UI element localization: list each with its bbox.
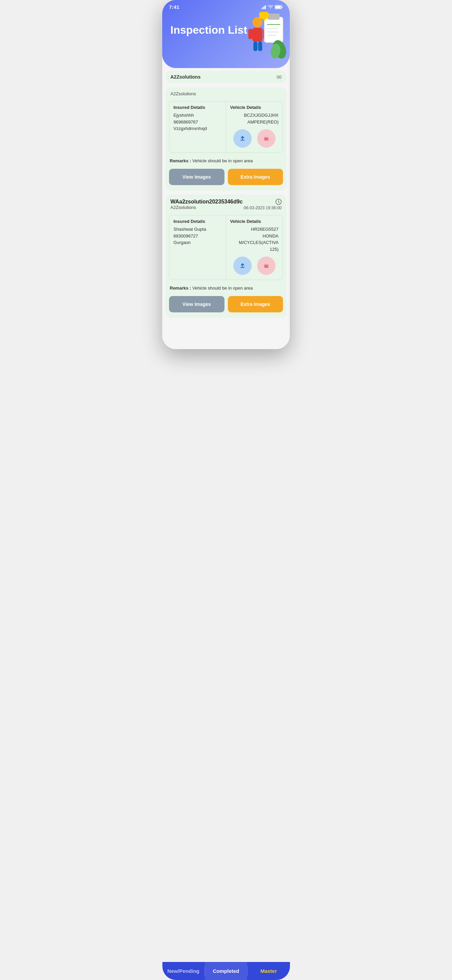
status-time: 7:41 <box>169 4 179 10</box>
card-1-remarks: Remarks : Vehicle should be in open area <box>166 156 286 166</box>
svg-rect-14 <box>268 14 279 20</box>
card-1-insured-phone: 9696869767 <box>173 119 222 126</box>
card-2-insured-name: Shashwat Gupta <box>173 226 222 233</box>
folder-icon-circle-1[interactable] <box>257 129 276 148</box>
card-1-source: A2Zsolutions <box>170 91 196 96</box>
inspection-card-1: A2Zsolutions Insured Details Ejyshshhh 9… <box>166 87 286 191</box>
card-2-view-images-button[interactable]: View Images <box>169 296 224 312</box>
upload-icon-circle-1[interactable] <box>233 129 252 148</box>
card-2-insured-section: Insured Details Shashwat Gupta 893009672… <box>170 215 226 280</box>
svg-rect-19 <box>259 12 269 19</box>
card-2-insured-title: Insured Details <box>173 219 222 224</box>
signal-icon <box>262 5 266 9</box>
svg-rect-5 <box>282 6 282 8</box>
card-1-remarks-text: Vehicle should be in open area <box>192 158 253 163</box>
card-2-remarks-label: Remarks : <box>170 285 192 291</box>
card-2-id: WAa2zsolution20235346d9c <box>170 199 243 205</box>
svg-rect-12 <box>258 41 262 51</box>
battery-icon <box>275 5 283 9</box>
card-1-vehicle-plate: BCZXJGDGJJHX <box>230 112 279 119</box>
card-1-vehicle-model: AMPERE(REO) <box>230 119 279 126</box>
upload-icon-2 <box>238 261 247 270</box>
card-1-details-grid: Insured Details Ejyshshhh 9696869767 Vzz… <box>169 101 283 153</box>
card-header-2: WAa2zsolution20235346d9c A2Zsolutions 06… <box>166 195 286 212</box>
card-2-details-grid: Insured Details Shashwat Gupta 893009672… <box>169 215 283 280</box>
card-2-remarks: Remarks : Vehicle should be in open area <box>166 283 286 293</box>
card-1-extra-images-button[interactable]: Extra Images <box>228 169 283 185</box>
folder-icon-2 <box>262 261 271 270</box>
card-1-insured-section: Insured Details Ejyshshhh 9696869767 Vzz… <box>170 102 226 153</box>
card-2-vehicle-model: HONDA M/CYCLES(ACTIVA 125) <box>230 233 279 253</box>
partial-card: A2Zsolutions 00 <box>166 71 286 83</box>
phone-container: 7:41 Inspection List <box>162 0 290 349</box>
card-header-1: A2Zsolutions <box>166 87 286 98</box>
wifi-icon <box>268 5 273 9</box>
card-2-remarks-text: Vehicle should be in open area <box>192 285 253 291</box>
card-2-vehicle-section: Vehicle Details HR26EG5527 HONDA M/CYCLE… <box>226 215 283 280</box>
svg-rect-11 <box>254 41 257 51</box>
partial-card-id-suffix: 00 <box>277 75 282 80</box>
card-2-extra-images-button[interactable]: Extra Images <box>228 296 283 312</box>
card-1-vehicle-title: Vehicle Details <box>230 105 279 110</box>
card-2-action-buttons: View Images Extra Images <box>169 296 283 312</box>
card-1-vehicle-section: Vehicle Details BCZXJGDGJJHX AMPERE(REO) <box>226 102 283 153</box>
svg-rect-25 <box>264 137 268 138</box>
card-1-action-buttons: View Images Extra Images <box>169 169 283 185</box>
content-area: A2Zsolutions 00 A2Zsolutions Insured Det… <box>162 71 290 349</box>
card-2-time: 06-03-2023 19:36:00 <box>244 205 282 210</box>
status-icons <box>262 5 283 9</box>
svg-rect-3 <box>265 5 266 9</box>
svg-rect-8 <box>252 28 263 41</box>
card-2-vehicle-icons <box>230 253 279 276</box>
svg-rect-9 <box>248 29 253 39</box>
folder-icon-1 <box>262 134 271 143</box>
card-1-view-images-button[interactable]: View Images <box>169 169 224 185</box>
card-2-insured-location: Gurgaon <box>173 239 222 246</box>
upload-icon-1 <box>238 134 247 143</box>
card-1-vehicle-icons <box>230 125 279 149</box>
header-illustration <box>239 10 286 61</box>
folder-icon-circle-2[interactable] <box>257 256 276 275</box>
card-1-insured-location: Vzzgxhdmxnhxjd <box>173 125 222 132</box>
svg-rect-6 <box>276 6 281 8</box>
svg-rect-1 <box>263 7 264 9</box>
card-2-vehicle-title: Vehicle Details <box>230 219 279 224</box>
card-2-source: A2Zsolutions <box>170 205 243 210</box>
card-2-insured-phone: 8930096727 <box>173 233 222 240</box>
card-1-insured-name: Ejyshshhh <box>173 112 222 119</box>
inspection-card-2: WAa2zsolution20235346d9c A2Zsolutions 06… <box>166 195 286 318</box>
status-bar: 7:41 <box>162 0 290 11</box>
svg-rect-29 <box>264 264 268 265</box>
svg-rect-2 <box>264 6 265 9</box>
partial-card-source: A2Zsolutions <box>170 74 201 80</box>
upload-icon-circle-2[interactable] <box>233 256 252 275</box>
card-1-remarks-label: Remarks : <box>170 158 192 163</box>
clock-icon-2 <box>276 199 282 205</box>
card-2-vehicle-plate: HR26EG5527 <box>230 226 279 233</box>
card-1-insured-title: Insured Details <box>173 105 222 110</box>
svg-rect-0 <box>262 8 263 9</box>
svg-rect-13 <box>264 17 283 43</box>
